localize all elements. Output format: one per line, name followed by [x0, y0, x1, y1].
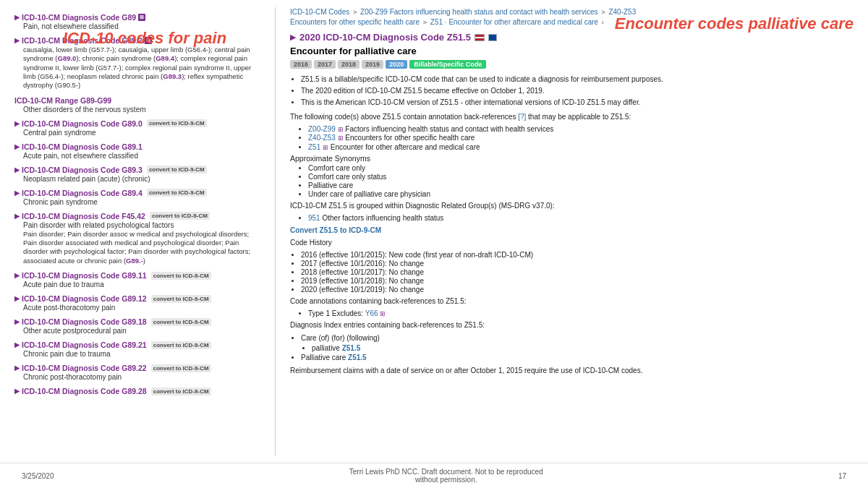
code-link-g89-3[interactable]: ▶ ICD-10-CM Diagnosis Code G89.3 convert… — [14, 166, 260, 174]
code-detail-f45-42: Pain disorder; Pain disorder assoc w med… — [14, 230, 260, 265]
arrow-icon: ▶ — [14, 272, 20, 279]
year-tag-2019[interactable]: 2019 — [362, 60, 383, 69]
code-desc-f45-42: Pain disorder with related psychological… — [14, 221, 260, 229]
arrow-icon: ▶ — [14, 14, 20, 21]
diag-3: Palliative care Z51.5 — [301, 353, 854, 363]
code-header: ▶ 2020 ICD-10-CM Diagnosis Code Z51.5 — [290, 32, 854, 43]
arrow-icon: ▶ — [14, 189, 20, 197]
diagnosis-list: Care (of) (for) (following) palliative Z… — [290, 333, 854, 363]
range-link[interactable]: ICD-10-CM Range G89-G99 — [14, 96, 260, 105]
code-item-g89-18: ▶ ICD-10-CM Diagnosis Code G89.18 conver… — [14, 317, 260, 335]
arrow-icon: ▶ — [14, 318, 20, 325]
synonyms-list: Comfort care only Comfort care only stat… — [290, 164, 854, 198]
synonym-4: Under care of palliative care physician — [308, 190, 854, 198]
code-link-more[interactable]: ▶ ICD-10-CM Diagnosis Code G89.28 conver… — [14, 387, 260, 395]
code-desc-g89-11: Acute pain due to trauma — [14, 281, 260, 288]
code-link-g89[interactable]: ▶ ICD-10-CM Diagnosis Code G89 ⊞ — [14, 13, 260, 22]
code-item-g89-0: ▶ ICD-10-CM Diagnosis Code G89.0 convert… — [14, 119, 260, 137]
panel-divider — [275, 7, 276, 455]
right-panel: Encounter codes palliative care ICD-10-C… — [290, 7, 854, 455]
code-item-g89-12: ▶ ICD-10-CM Diagnosis Code G89.12 conver… — [14, 294, 260, 312]
code-item-g89-4: ▶ ICD-10-CM Diagnosis Code G89.4 convert… — [14, 189, 260, 206]
backref-1: Z00-Z99 ⊞ Factors influencing health sta… — [308, 125, 854, 133]
drg-text: ICD-10-CM Z51.5 is grouped within Diagno… — [290, 201, 854, 211]
type1-list: Type 1 Excludes: Y66 ⊞ — [290, 309, 854, 317]
history-2017: 2017 (effective 10/1/2016): No change — [301, 260, 854, 267]
slide-container: ICD-10 codes for pain ▶ ICD-10-CM Diagno… — [0, 0, 868, 488]
synonym-2: Comfort care only status — [308, 173, 854, 181]
code-desc-g89-22: Chronic post-thoracotomy pain — [14, 373, 260, 381]
code-item-g89-1: ▶ ICD-10-CM Diagnosis Code G89.1 Acute p… — [14, 142, 260, 160]
code-desc-g89-3: Neoplasm related pain (acute) (chronic) — [14, 175, 260, 183]
footer: 3/25/2020 Terri Lewis PhD NCC. Draft doc… — [0, 463, 868, 488]
year-tag-2017[interactable]: 2017 — [314, 60, 336, 69]
breadcrumb-encounters-link[interactable]: Encounters for other specific health car… — [290, 18, 420, 26]
arrow-icon: ▶ — [14, 37, 20, 44]
code-arrow-icon: ▶ — [290, 33, 296, 42]
backref-3: Z51 ⊞ Encounter for other aftercare and … — [308, 143, 854, 151]
drg-item: 951 Other factors influencing health sta… — [308, 214, 854, 222]
year-tag-2018[interactable]: 2018 — [338, 60, 359, 69]
arrow-icon: ▶ — [14, 166, 20, 174]
convert-tag: convert to ICD-9-CM — [151, 272, 211, 280]
eu-flag-icon — [488, 34, 497, 41]
code-link-g89-0[interactable]: ▶ ICD-10-CM Diagnosis Code G89.0 convert… — [14, 119, 260, 128]
synonym-3: Palliative care — [308, 181, 854, 189]
breadcrumb-icd-link[interactable]: ICD-10-CM Codes — [290, 8, 349, 16]
type1-item: Type 1 Excludes: Y66 ⊞ — [308, 309, 854, 317]
backref-2: Z40-Z53 ⊞ Encounters for other specific … — [308, 134, 854, 142]
code-link-g89-21[interactable]: ▶ ICD-10-CM Diagnosis Code G89.21 conver… — [14, 341, 260, 349]
convert-tag: convert to ICD-9-CM — [151, 318, 211, 326]
code-desc-g89-18: Other acute postprocedural pain — [14, 327, 260, 335]
backreference-intro: The following code(s) above Z51.5 contai… — [290, 112, 854, 122]
year-tag-2016[interactable]: 2016 — [290, 60, 312, 69]
convert-tag: convert to ICD-9-CM — [151, 388, 211, 395]
code-item-g89: ▶ ICD-10-CM Diagnosis Code G89 ⊞ Pain, n… — [14, 13, 260, 30]
code-item-range: ICD-10-CM Range G89-G99 Other disorders … — [14, 96, 260, 114]
year-tag-2020[interactable]: 2020 — [386, 60, 407, 69]
convert-tag: convert to ICD-9-CM — [147, 119, 207, 127]
main-content: ICD-10 codes for pain ▶ ICD-10-CM Diagno… — [0, 0, 868, 463]
code-item-g89-3: ▶ ICD-10-CM Diagnosis Code G89.3 convert… — [14, 166, 260, 183]
code-item-g89-21: ▶ ICD-10-CM Diagnosis Code G89.21 conver… — [14, 341, 260, 358]
arrow-icon: ▶ — [14, 120, 20, 127]
arrow-icon: ▶ — [14, 213, 20, 220]
code-link-f45-42[interactable]: ▶ ICD-10-CM Diagnosis Code F45.42 conver… — [14, 212, 260, 221]
code-history-list: 2016 (effective 10/1/2015): New code (fi… — [290, 251, 854, 294]
footer-date: 3/25/2020 — [22, 472, 54, 480]
convert-tag: convert to ICD-9-CM — [151, 364, 211, 372]
code-item-g89-11: ▶ ICD-10-CM Diagnosis Code G89.11 conver… — [14, 271, 260, 288]
code-link-g89-12[interactable]: ▶ ICD-10-CM Diagnosis Code G89.12 conver… — [14, 294, 260, 303]
code-desc-g89-2: causalgia, lower limb (G57.7-); causalgi… — [14, 46, 260, 90]
code-link-g89-1[interactable]: ▶ ICD-10-CM Diagnosis Code G89.1 — [14, 142, 260, 151]
code-link-g89-4[interactable]: ▶ ICD-10-CM Diagnosis Code G89.4 convert… — [14, 189, 260, 197]
type1-heading: Code annotations containing back-referen… — [290, 296, 854, 307]
footer-line1: Terri Lewis PhD NCC. Draft document. Not… — [54, 468, 838, 476]
history-2020: 2020 (effective 10/1/2019): No change — [301, 286, 854, 294]
code-link-g89-11[interactable]: ▶ ICD-10-CM Diagnosis Code G89.11 conver… — [14, 271, 260, 280]
ext-icon: ⊞ — [138, 14, 145, 21]
breadcrumb-z99-link[interactable]: Z00-Z99 Factors influencing health statu… — [360, 8, 598, 16]
encounter-title: Encounter codes palliative care — [579, 14, 854, 33]
bullet-1: Z51.5 is a billable/specific ICD-10-CM c… — [301, 74, 854, 85]
code-desc-g89-4: Chronic pain syndrome — [14, 198, 260, 206]
history-2018: 2018 (effective 10/1/2017): No change — [301, 268, 854, 276]
convert-section: Convert Z51.5 to ICD-9-CM — [290, 226, 854, 234]
convert-tag: convert to ICD-9-CM — [151, 295, 211, 303]
footer-line2: without permission. — [54, 476, 838, 484]
us-flag-icon — [475, 34, 485, 41]
code-item-g89-22: ▶ ICD-10-CM Diagnosis Code G89.22 conver… — [14, 364, 260, 381]
code-link-g89-22[interactable]: ▶ ICD-10-CM Diagnosis Code G89.22 conver… — [14, 364, 260, 372]
synonym-1: Comfort care only — [308, 164, 854, 172]
footer-center: Terri Lewis PhD NCC. Draft document. Not… — [54, 468, 838, 484]
convert-tag: convert to ICD-9-CM — [150, 212, 210, 220]
code-desc-g89-21: Chronic pain due to trauma — [14, 350, 260, 358]
bullet-3: This is the American ICD-10-CM version o… — [301, 98, 854, 108]
desc-label: causalgia, lower limb (G57.7-); causalgi… — [23, 46, 251, 89]
breadcrumb-z51-link[interactable]: Z51 · Encounter for other aftercare and … — [430, 18, 598, 26]
arrow-icon: ▶ — [14, 341, 20, 348]
convert-link[interactable]: Convert Z51.5 to ICD-9-CM — [290, 226, 381, 234]
code-main-title[interactable]: 2020 ICD-10-CM Diagnosis Code Z51.5 — [299, 32, 471, 43]
code-link-g89-18[interactable]: ▶ ICD-10-CM Diagnosis Code G89.18 conver… — [14, 317, 260, 326]
history-2016: 2016 (effective 10/1/2015): New code (fi… — [301, 251, 854, 259]
